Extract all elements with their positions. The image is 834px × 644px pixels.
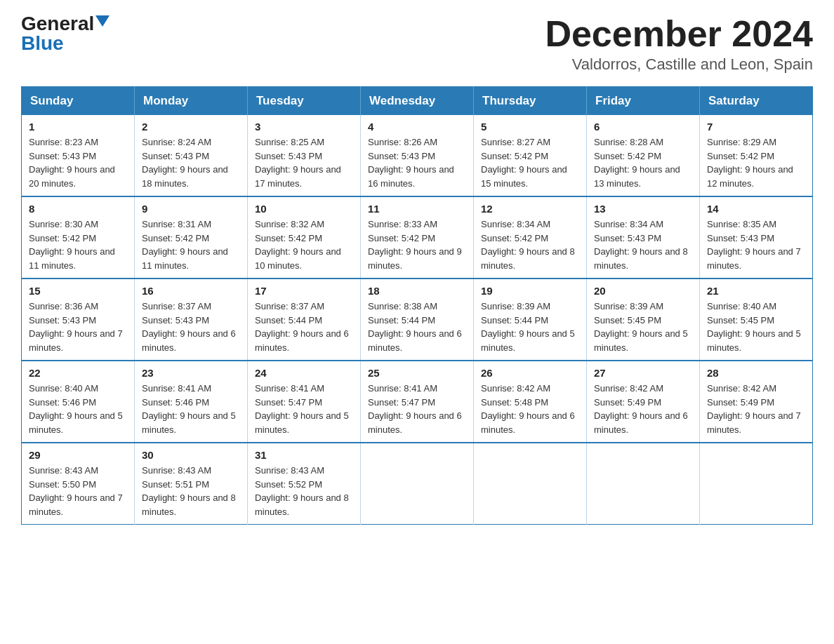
table-row: 27 Sunrise: 8:42 AM Sunset: 5:49 PM Dayl… — [587, 361, 700, 443]
day-info: Sunrise: 8:27 AM Sunset: 5:42 PM Dayligh… — [481, 135, 579, 190]
table-row: 29 Sunrise: 8:43 AM Sunset: 5:50 PM Dayl… — [22, 443, 135, 525]
table-row: 11 Sunrise: 8:33 AM Sunset: 5:42 PM Dayl… — [361, 196, 474, 279]
day-number: 14 — [707, 203, 805, 215]
table-row: 8 Sunrise: 8:30 AM Sunset: 5:42 PM Dayli… — [22, 196, 135, 279]
day-info: Sunrise: 8:37 AM Sunset: 5:44 PM Dayligh… — [255, 300, 353, 354]
calendar-location: Valdorros, Castille and Leon, Spain — [545, 55, 813, 74]
calendar-table: Sunday Monday Tuesday Wednesday Thursday… — [21, 86, 813, 525]
table-row: 18 Sunrise: 8:38 AM Sunset: 5:44 PM Dayl… — [361, 279, 474, 361]
day-info: Sunrise: 8:31 AM Sunset: 5:42 PM Dayligh… — [142, 217, 240, 272]
table-row: 5 Sunrise: 8:27 AM Sunset: 5:42 PM Dayli… — [474, 115, 587, 196]
day-info: Sunrise: 8:40 AM Sunset: 5:46 PM Dayligh… — [29, 382, 127, 436]
logo-triangle-icon — [95, 15, 110, 27]
table-row: 16 Sunrise: 8:37 AM Sunset: 5:43 PM Dayl… — [135, 279, 248, 361]
day-number: 3 — [255, 121, 353, 133]
day-info: Sunrise: 8:25 AM Sunset: 5:43 PM Dayligh… — [255, 135, 353, 190]
table-row: 12 Sunrise: 8:34 AM Sunset: 5:42 PM Dayl… — [474, 196, 587, 279]
day-number: 8 — [29, 203, 127, 215]
day-info: Sunrise: 8:33 AM Sunset: 5:42 PM Dayligh… — [368, 217, 466, 272]
table-row: 13 Sunrise: 8:34 AM Sunset: 5:43 PM Dayl… — [587, 196, 700, 279]
header-friday: Friday — [587, 87, 700, 116]
day-info: Sunrise: 8:28 AM Sunset: 5:42 PM Dayligh… — [594, 135, 692, 190]
day-info: Sunrise: 8:38 AM Sunset: 5:44 PM Dayligh… — [368, 300, 466, 354]
logo: General Blue — [21, 14, 110, 53]
day-info: Sunrise: 8:41 AM Sunset: 5:46 PM Dayligh… — [142, 382, 240, 436]
day-number: 9 — [142, 203, 240, 215]
day-number: 29 — [29, 449, 127, 461]
day-info: Sunrise: 8:41 AM Sunset: 5:47 PM Dayligh… — [368, 382, 466, 436]
day-number: 2 — [142, 121, 240, 133]
day-info: Sunrise: 8:24 AM Sunset: 5:43 PM Dayligh… — [142, 135, 240, 190]
table-row: 1 Sunrise: 8:23 AM Sunset: 5:43 PM Dayli… — [22, 115, 135, 196]
header-thursday: Thursday — [474, 87, 587, 116]
header-sunday: Sunday — [22, 87, 135, 116]
day-number: 30 — [142, 449, 240, 461]
day-number: 13 — [594, 203, 692, 215]
table-row: 30 Sunrise: 8:43 AM Sunset: 5:51 PM Dayl… — [135, 443, 248, 525]
table-row: 19 Sunrise: 8:39 AM Sunset: 5:44 PM Dayl… — [474, 279, 587, 361]
logo-general-text: General — [21, 14, 94, 34]
table-row: 6 Sunrise: 8:28 AM Sunset: 5:42 PM Dayli… — [587, 115, 700, 196]
title-block: December 2024 Valdorros, Castille and Le… — [545, 14, 813, 74]
calendar-header-row: Sunday Monday Tuesday Wednesday Thursday… — [22, 87, 813, 116]
day-number: 27 — [594, 367, 692, 379]
table-row: 31 Sunrise: 8:43 AM Sunset: 5:52 PM Dayl… — [248, 443, 361, 525]
day-number: 23 — [142, 367, 240, 379]
table-row — [474, 443, 587, 525]
day-number: 20 — [594, 285, 692, 297]
day-info: Sunrise: 8:36 AM Sunset: 5:43 PM Dayligh… — [29, 300, 127, 354]
table-row: 26 Sunrise: 8:42 AM Sunset: 5:48 PM Dayl… — [474, 361, 587, 443]
day-number: 15 — [29, 285, 127, 297]
day-info: Sunrise: 8:42 AM Sunset: 5:49 PM Dayligh… — [707, 382, 805, 436]
day-number: 26 — [481, 367, 579, 379]
table-row: 24 Sunrise: 8:41 AM Sunset: 5:47 PM Dayl… — [248, 361, 361, 443]
table-row: 20 Sunrise: 8:39 AM Sunset: 5:45 PM Dayl… — [587, 279, 700, 361]
day-info: Sunrise: 8:43 AM Sunset: 5:51 PM Dayligh… — [142, 464, 240, 518]
day-info: Sunrise: 8:26 AM Sunset: 5:43 PM Dayligh… — [368, 135, 466, 190]
day-info: Sunrise: 8:34 AM Sunset: 5:42 PM Dayligh… — [481, 217, 579, 272]
header-tuesday: Tuesday — [248, 87, 361, 116]
day-number: 5 — [481, 121, 579, 133]
table-row: 10 Sunrise: 8:32 AM Sunset: 5:42 PM Dayl… — [248, 196, 361, 279]
day-number: 11 — [368, 203, 466, 215]
day-number: 25 — [368, 367, 466, 379]
calendar-week-row: 1 Sunrise: 8:23 AM Sunset: 5:43 PM Dayli… — [22, 115, 813, 196]
table-row: 2 Sunrise: 8:24 AM Sunset: 5:43 PM Dayli… — [135, 115, 248, 196]
table-row: 17 Sunrise: 8:37 AM Sunset: 5:44 PM Dayl… — [248, 279, 361, 361]
calendar-title: December 2024 — [545, 14, 813, 54]
day-info: Sunrise: 8:32 AM Sunset: 5:42 PM Dayligh… — [255, 217, 353, 272]
day-info: Sunrise: 8:34 AM Sunset: 5:43 PM Dayligh… — [594, 217, 692, 272]
day-number: 22 — [29, 367, 127, 379]
table-row: 3 Sunrise: 8:25 AM Sunset: 5:43 PM Dayli… — [248, 115, 361, 196]
table-row: 23 Sunrise: 8:41 AM Sunset: 5:46 PM Dayl… — [135, 361, 248, 443]
calendar-week-row: 15 Sunrise: 8:36 AM Sunset: 5:43 PM Dayl… — [22, 279, 813, 361]
day-info: Sunrise: 8:43 AM Sunset: 5:50 PM Dayligh… — [29, 464, 127, 518]
day-info: Sunrise: 8:23 AM Sunset: 5:43 PM Dayligh… — [29, 135, 127, 190]
table-row: 28 Sunrise: 8:42 AM Sunset: 5:49 PM Dayl… — [700, 361, 813, 443]
day-info: Sunrise: 8:29 AM Sunset: 5:42 PM Dayligh… — [707, 135, 805, 190]
day-info: Sunrise: 8:39 AM Sunset: 5:45 PM Dayligh… — [594, 300, 692, 354]
day-number: 18 — [368, 285, 466, 297]
day-number: 19 — [481, 285, 579, 297]
table-row: 14 Sunrise: 8:35 AM Sunset: 5:43 PM Dayl… — [700, 196, 813, 279]
day-info: Sunrise: 8:40 AM Sunset: 5:45 PM Dayligh… — [707, 300, 805, 354]
table-row — [587, 443, 700, 525]
day-number: 10 — [255, 203, 353, 215]
header-wednesday: Wednesday — [361, 87, 474, 116]
table-row: 25 Sunrise: 8:41 AM Sunset: 5:47 PM Dayl… — [361, 361, 474, 443]
table-row: 15 Sunrise: 8:36 AM Sunset: 5:43 PM Dayl… — [22, 279, 135, 361]
logo-blue-text: Blue — [21, 34, 64, 53]
day-number: 1 — [29, 121, 127, 133]
day-number: 7 — [707, 121, 805, 133]
day-info: Sunrise: 8:43 AM Sunset: 5:52 PM Dayligh… — [255, 464, 353, 518]
day-number: 24 — [255, 367, 353, 379]
calendar-week-row: 29 Sunrise: 8:43 AM Sunset: 5:50 PM Dayl… — [22, 443, 813, 525]
table-row: 21 Sunrise: 8:40 AM Sunset: 5:45 PM Dayl… — [700, 279, 813, 361]
day-number: 4 — [368, 121, 466, 133]
table-row: 22 Sunrise: 8:40 AM Sunset: 5:46 PM Dayl… — [22, 361, 135, 443]
day-number: 17 — [255, 285, 353, 297]
day-number: 12 — [481, 203, 579, 215]
day-info: Sunrise: 8:42 AM Sunset: 5:49 PM Dayligh… — [594, 382, 692, 436]
day-info: Sunrise: 8:42 AM Sunset: 5:48 PM Dayligh… — [481, 382, 579, 436]
table-row — [361, 443, 474, 525]
